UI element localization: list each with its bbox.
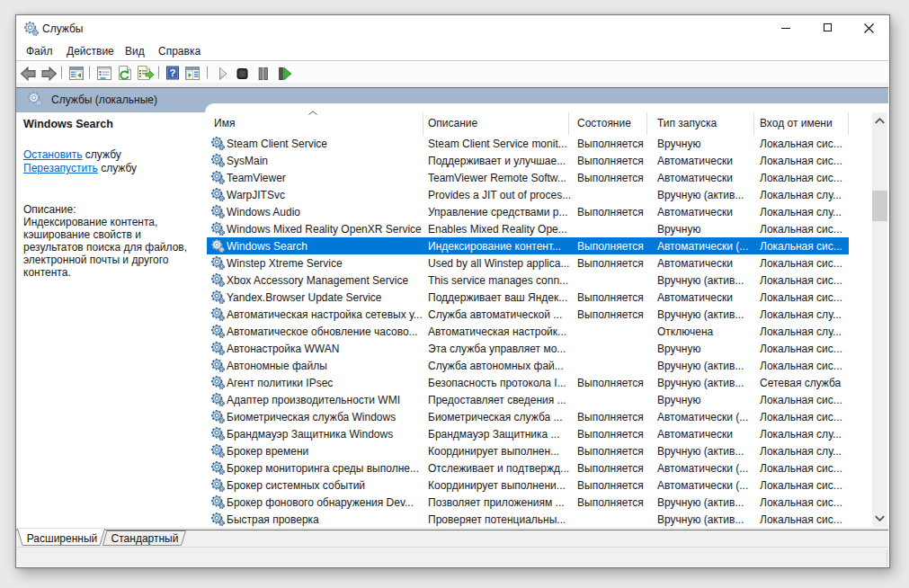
svg-text:Расширенный: Расширенный (27, 532, 98, 545)
svg-text:?: ? (169, 67, 175, 78)
svg-text:Стандартный: Стандартный (111, 532, 179, 545)
